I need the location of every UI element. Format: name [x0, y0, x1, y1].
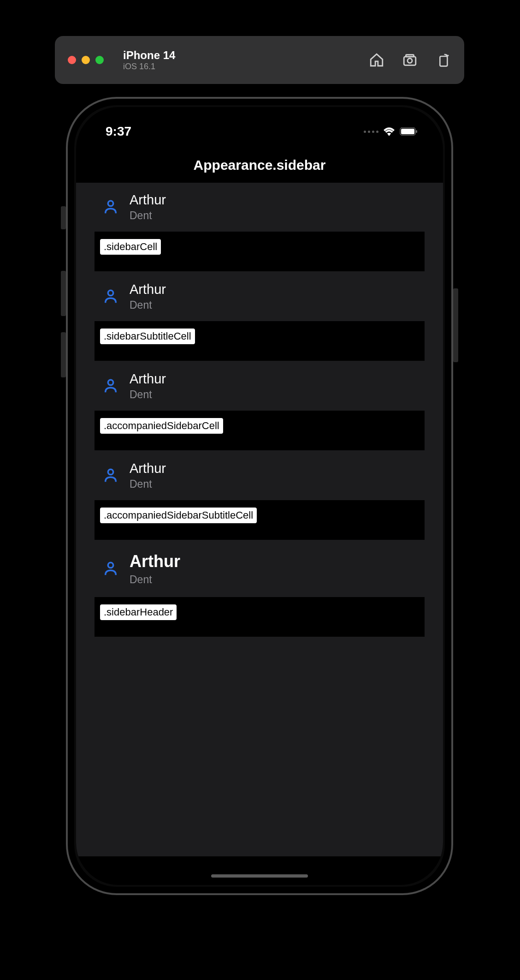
- person-icon: [103, 561, 118, 576]
- label-row: .sidebarHeader: [95, 597, 425, 637]
- list-item[interactable]: Arthur Dent: [76, 274, 443, 318]
- status-bar: 9:37: [76, 107, 443, 148]
- svg-point-9: [108, 380, 113, 385]
- list-item[interactable]: Arthur Dent: [76, 185, 443, 229]
- label-row: .sidebarSubtitleCell: [95, 321, 425, 361]
- close-window-button[interactable]: [68, 56, 76, 64]
- home-button[interactable]: [368, 52, 385, 68]
- status-time: 9:37: [106, 124, 131, 139]
- camera-icon: [402, 52, 418, 68]
- cell-text: Arthur Dent: [130, 460, 166, 491]
- annotation-label: .sidebarCell: [100, 239, 161, 255]
- cell-title: Arthur: [130, 370, 166, 388]
- svg-rect-6: [416, 130, 417, 133]
- minimize-window-button[interactable]: [82, 56, 90, 64]
- volume-down-button[interactable]: [61, 332, 66, 377]
- device-os: iOS 16.1: [123, 62, 175, 72]
- label-row: .accompaniedSidebarSubtitleCell: [95, 500, 425, 540]
- window-controls: [68, 56, 104, 64]
- volume-up-button[interactable]: [61, 271, 66, 316]
- home-indicator[interactable]: [211, 874, 308, 878]
- svg-point-7: [108, 201, 113, 206]
- home-icon: [369, 52, 384, 68]
- svg-rect-3: [440, 56, 447, 66]
- power-button[interactable]: [453, 288, 458, 362]
- status-right: [364, 127, 418, 136]
- annotation-label: .accompaniedSidebarSubtitleCell: [100, 508, 257, 523]
- battery-icon: [400, 127, 418, 136]
- cell-subtitle: Dent: [130, 299, 166, 311]
- content-area[interactable]: Arthur Dent .sidebarCell Arthur Dent: [76, 183, 443, 856]
- cell-title: Arthur: [130, 460, 166, 478]
- label-row: .accompaniedSidebarCell: [95, 411, 425, 450]
- wifi-icon: [383, 127, 395, 136]
- cell-subtitle: Dent: [130, 388, 166, 401]
- phone-frame: 9:37: [66, 97, 453, 895]
- cell-title: Arthur: [130, 551, 180, 573]
- list-item[interactable]: Arthur Dent: [76, 453, 443, 497]
- page-title: Appearance.sidebar: [194, 157, 326, 173]
- simulator-toolbar: iPhone 14 iOS 16.1: [55, 36, 464, 84]
- cell-title: Arthur: [130, 191, 166, 209]
- list-item[interactable]: Arthur Dent: [76, 364, 443, 408]
- simulator-actions: [368, 52, 451, 68]
- person-icon: [103, 199, 118, 215]
- label-row: .sidebarCell: [95, 232, 425, 271]
- svg-rect-5: [401, 129, 414, 134]
- phone-screen: 9:37: [76, 107, 443, 885]
- rotate-button[interactable]: [435, 52, 451, 68]
- annotation-label: .accompaniedSidebarCell: [100, 418, 223, 434]
- mute-switch[interactable]: [61, 206, 66, 229]
- list-item[interactable]: Arthur Dent: [76, 543, 443, 594]
- person-icon: [103, 378, 118, 394]
- person-icon: [103, 288, 118, 304]
- navigation-bar: Appearance.sidebar: [76, 148, 443, 183]
- svg-point-8: [108, 290, 113, 295]
- cell-title: Arthur: [130, 281, 166, 299]
- svg-rect-1: [406, 55, 414, 57]
- rotate-icon: [436, 53, 450, 67]
- cell-text: Arthur Dent: [130, 551, 180, 586]
- screenshot-button[interactable]: [402, 52, 418, 68]
- cell-subtitle: Dent: [130, 478, 166, 490]
- cell-text: Arthur Dent: [130, 370, 166, 401]
- annotation-label: .sidebarHeader: [100, 604, 177, 620]
- simulator-device-info: iPhone 14 iOS 16.1: [123, 49, 175, 72]
- svg-point-10: [108, 469, 113, 474]
- person-icon: [103, 467, 118, 483]
- svg-point-11: [108, 562, 113, 568]
- cell-text: Arthur Dent: [130, 281, 166, 312]
- cell-subtitle: Dent: [130, 574, 180, 586]
- cellular-icon: [364, 131, 378, 133]
- svg-point-2: [408, 58, 412, 63]
- annotation-label: .sidebarSubtitleCell: [100, 329, 195, 344]
- maximize-window-button[interactable]: [95, 56, 104, 64]
- device-name: iPhone 14: [123, 49, 175, 62]
- cell-subtitle: Dent: [130, 209, 166, 222]
- cell-text: Arthur Dent: [130, 191, 166, 222]
